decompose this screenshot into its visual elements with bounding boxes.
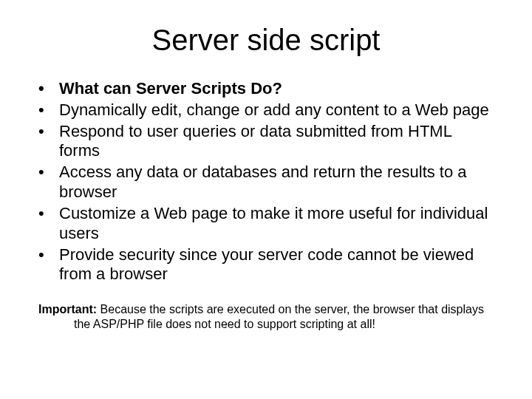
list-item: Provide security since your server code … [38,245,495,285]
list-item: What can Server Scripts Do? [38,79,495,99]
footnote-rest: Because the scripts are executed on the … [74,303,484,330]
footnote-lead: Important: [38,303,97,316]
list-item: Customize a Web page to make it more use… [38,204,495,244]
list-item: Access any data or databases and return … [38,163,495,202]
footnote: Important: Because the scripts are execu… [38,302,495,332]
slide: Server side script What can Server Scrip… [0,0,532,399]
list-item: Respond to user queries or data submitte… [38,122,495,162]
slide-title: Server side script [22,24,510,57]
list-item: Dynamically edit, change or add any cont… [38,100,495,120]
bullet-list: What can Server Scripts Do? Dynamically … [22,79,495,284]
